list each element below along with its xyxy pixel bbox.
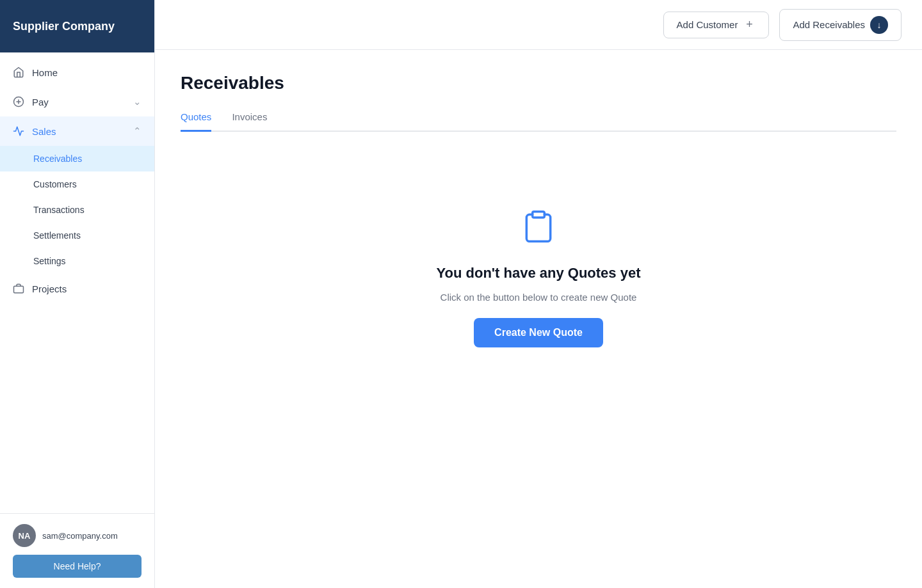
page-title: Receivables [181,73,896,93]
sidebar: Supplier Company Home Pay ⌄ [0,0,155,588]
sidebar-footer: NA sam@company.com Need Help? [0,513,154,588]
chevron-up-icon: ⌃ [133,125,142,137]
add-receivables-button[interactable]: Add Receivables ↓ [779,9,902,41]
sidebar-item-home[interactable]: Home [0,58,154,87]
sidebar-item-projects[interactable]: Projects [0,274,154,303]
download-icon: ↓ [870,16,888,34]
add-receivables-label: Add Receivables [793,19,865,30]
sidebar-item-transactions-label: Transactions [33,205,85,215]
sidebar-item-settlements-label: Settlements [33,230,81,241]
user-email: sam@company.com [42,531,118,541]
need-help-button[interactable]: Need Help? [13,555,142,578]
sidebar-item-settings[interactable]: Settings [0,248,154,274]
svg-rect-3 [14,286,24,293]
avatar: NA [13,524,36,547]
company-name: Supplier Company [13,20,115,33]
sidebar-item-pay-label: Pay [32,97,49,107]
sidebar-item-receivables[interactable]: Receivables [0,146,154,171]
home-icon [13,67,24,78]
empty-state: You don't have any Quotes yet Click on t… [181,132,896,399]
sales-icon [13,125,24,137]
empty-state-title: You don't have any Quotes yet [437,265,641,282]
plus-icon: + [743,19,756,31]
pay-icon [13,96,24,107]
sidebar-item-settings-label: Settings [33,256,66,266]
sidebar-item-transactions[interactable]: Transactions [0,197,154,223]
sidebar-item-sales[interactable]: Sales ⌃ [0,116,154,146]
svg-rect-4 [533,212,545,218]
chevron-down-icon: ⌄ [133,96,142,107]
sidebar-item-sales-label: Sales [32,126,56,137]
tab-quotes[interactable]: Quotes [181,111,211,132]
add-customer-button[interactable]: Add Customer + [663,12,770,38]
sidebar-item-customers[interactable]: Customers [0,171,154,197]
tab-invoices[interactable]: Invoices [232,111,267,132]
projects-icon [13,283,24,294]
add-customer-label: Add Customer [677,19,738,30]
topbar: Add Customer + Add Receivables ↓ [155,0,922,50]
create-new-quote-button[interactable]: Create New Quote [474,318,603,347]
sidebar-item-customers-label: Customers [33,179,77,189]
tabs: Quotes Invoices [181,111,896,132]
company-logo[interactable]: Supplier Company [0,0,154,52]
sidebar-item-projects-label: Projects [32,283,67,294]
sidebar-nav: Home Pay ⌄ Sales ⌃ [0,52,154,513]
main-content: Add Customer + Add Receivables ↓ Receiva… [155,0,922,588]
content-area: Receivables Quotes Invoices You don't ha… [155,50,922,588]
sidebar-item-pay[interactable]: Pay ⌄ [0,87,154,116]
sidebar-item-receivables-label: Receivables [33,154,82,164]
sidebar-item-settlements[interactable]: Settlements [0,223,154,248]
user-row: NA sam@company.com [13,524,142,547]
clipboard-icon [521,209,556,247]
sidebar-item-home-label: Home [32,67,58,78]
empty-state-description: Click on the button below to create new … [441,292,637,303]
